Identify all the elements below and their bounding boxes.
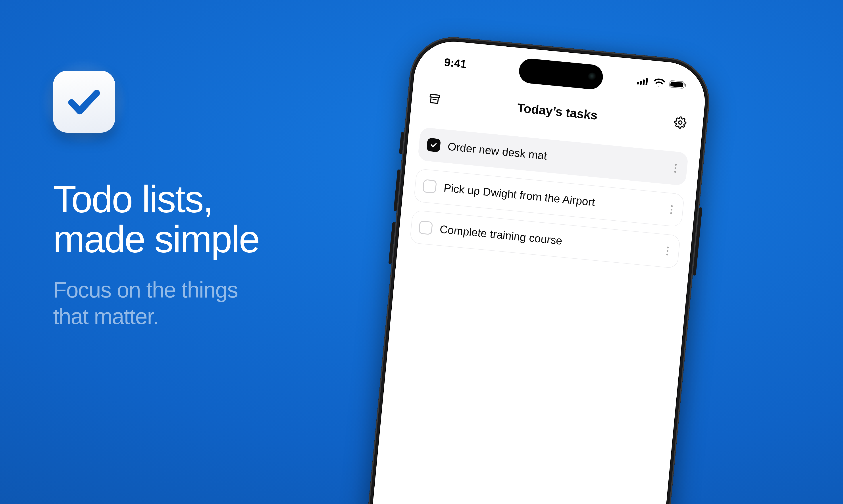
gear-icon [673, 115, 687, 129]
task-checkbox[interactable] [423, 179, 437, 194]
headline-line-2: made simple [53, 218, 259, 260]
headline-line-1: Todo lists, [53, 178, 213, 220]
marketing-copy: Todo lists, made simple Focus on the thi… [53, 71, 259, 329]
task-label: Pick up Dwight from the Airport [443, 181, 660, 215]
battery-icon [669, 79, 687, 90]
task-checkbox[interactable] [418, 220, 433, 235]
status-indicators [637, 76, 687, 90]
task-more-button[interactable] [662, 246, 673, 256]
svg-point-9 [678, 121, 682, 124]
phone-mockup: 9:41 [355, 33, 713, 504]
archive-icon [428, 92, 441, 105]
task-label: Order new desk mat [447, 140, 664, 173]
svg-rect-6 [685, 84, 686, 87]
phone-screen: 9:41 [360, 38, 708, 504]
status-time: 9:41 [444, 56, 467, 71]
page-title: Today’s tasks [517, 101, 598, 123]
phone-frame: 9:41 [355, 33, 713, 504]
svg-rect-3 [646, 78, 648, 86]
checkmark-icon [65, 83, 103, 121]
phone-silent-switch [399, 132, 404, 154]
task-checkbox[interactable] [426, 138, 441, 152]
phone-volume-down-button [388, 222, 395, 264]
task-more-button[interactable] [666, 205, 677, 214]
task-more-button[interactable] [670, 163, 681, 173]
svg-rect-1 [640, 81, 642, 85]
subhead-line-2: that matter. [53, 304, 158, 329]
phone-volume-up-button [393, 169, 400, 211]
subhead-line-1: Focus on the things [53, 277, 238, 302]
task-label: Complete training course [439, 222, 656, 256]
subheadline: Focus on the things that matter. [53, 276, 259, 329]
svg-rect-0 [637, 82, 639, 85]
headline: Todo lists, made simple [53, 179, 259, 259]
svg-line-8 [433, 99, 436, 100]
wifi-icon [653, 78, 665, 88]
settings-button[interactable] [673, 115, 688, 130]
svg-rect-2 [642, 79, 645, 85]
task-list: Order new desk mat Pick up Dwight from t… [398, 126, 700, 270]
checkmark-icon [429, 141, 438, 149]
app-icon [53, 71, 115, 133]
cellular-icon [637, 77, 649, 86]
svg-rect-5 [670, 82, 684, 87]
archive-button[interactable] [427, 91, 442, 107]
